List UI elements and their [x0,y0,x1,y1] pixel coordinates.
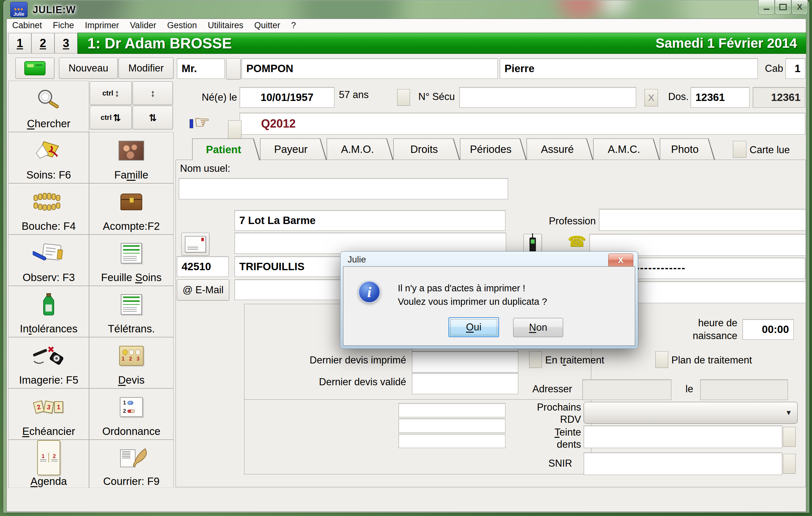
secu-checkbox[interactable] [397,89,410,106]
sidebar-acompte-button[interactable]: Acompte:F2 [89,183,174,235]
snir-label: SNIR [548,458,572,469]
teinte-dents-field[interactable] [584,426,782,448]
sidebar-soins-label: Soins: F6 [26,169,71,181]
envelope-button[interactable] [181,233,209,256]
sidebar-feuille-soins-button[interactable]: Feuille Soins [89,235,174,286]
address2-field[interactable] [234,233,506,254]
dialog-title: Julie [348,254,366,265]
dos-clear-button[interactable]: X [644,89,658,106]
sidebar-observ-label: Observ: F3 [22,271,75,283]
firstname-field[interactable]: Pierre [500,58,758,79]
sidebar-agenda-button[interactable]: 1 2 Agenda [8,440,89,490]
menu-fiche[interactable]: Fiche [48,21,80,30]
birthdate-field[interactable]: 10/01/1957 [240,87,335,108]
address1-field[interactable]: 7 Lot La Barme [234,210,505,231]
tab-assure[interactable]: Assuré [527,138,593,160]
close-button[interactable]: X [791,0,808,15]
workspace-tab-1[interactable]: 1 [8,33,31,54]
tab-droits[interactable]: Droits [393,138,460,160]
tab-amc[interactable]: A.M.C. [593,138,660,160]
quality-picker-button[interactable] [228,120,241,140]
dialog-close-button[interactable]: X [608,253,633,267]
chest-icon [120,184,142,220]
dernier-devis-valide-label: Dernier devis validé [305,376,406,388]
sidebar-famille-button[interactable]: Famille [89,132,174,183]
window-controls: X [758,0,808,15]
menu-bar: Cabinet Fiche Imprimer Valider Gestion U… [7,19,805,32]
adresser-date-field[interactable] [700,379,788,400]
plan-traitement-checkbox[interactable] [655,351,668,368]
adresser-field[interactable] [582,379,671,400]
prescription-icon: 1 2 [120,389,143,425]
up-button[interactable]: ↕ [133,81,173,105]
birth-time-field[interactable]: 00:00 [743,319,794,340]
quality-field[interactable]: Q2012 [240,113,805,135]
ctrl-up-button[interactable]: ctrl↕ [90,81,132,105]
workspace-tab-2[interactable]: 2 [31,33,54,54]
minimize-button[interactable] [758,0,775,15]
nouveau-button[interactable]: Nouveau [59,58,118,79]
nom-usuel-field[interactable] [179,178,508,199]
dos-field[interactable]: 12361 [691,87,750,108]
menu-imprimer[interactable]: Imprimer [80,21,125,30]
sidebar-chercher-button[interactable]: Chercher [8,81,89,132]
email-button[interactable]: @ E-Mail [177,279,229,301]
oui-button[interactable]: Oui [448,317,499,337]
menu-cabinet[interactable]: Cabinet [7,21,48,30]
menu-help[interactable]: ? [286,21,301,30]
vitale-card-button[interactable] [16,58,54,79]
sidebar-devis-label: Devis [118,374,145,386]
tab-patient[interactable]: Patient [192,138,260,160]
detail-field-1[interactable] [399,403,505,417]
non-button[interactable]: Non [513,318,563,337]
modifier-button[interactable]: Modifier [118,58,174,79]
sidebar-soins-button[interactable]: Soins: F6 [8,132,89,183]
menu-gestion[interactable]: Gestion [162,21,202,30]
civility-picker-button[interactable] [226,58,241,80]
dernier-devis-imprime-field[interactable] [412,351,518,373]
sidebar-teletrans-button[interactable]: Télétrans. [89,286,174,337]
snir-field[interactable] [584,453,782,475]
sidebar-intolerances-button[interactable]: Intolérances [8,286,89,337]
detail-field-2[interactable] [399,418,505,433]
detail-field-3[interactable] [399,434,505,448]
sidebar-bouche-button[interactable]: Bouche: F4 [8,183,89,235]
menu-valider[interactable]: Valider [125,21,162,30]
sidebar-bouche-label: Bouche: F4 [22,220,76,233]
teinte-dents-label: Teintedents [545,426,581,451]
menu-quitter[interactable]: Quitter [249,21,286,30]
postal-code-field[interactable]: 42510 [177,256,229,277]
sidebar-devis-button[interactable]: 1 2 3 Devis [89,337,174,388]
lastname-field[interactable]: POMPON [241,58,498,79]
sidebar-courrier-button[interactable]: Courrier: F9 [89,440,174,490]
tab-periodes[interactable]: Périodes [460,138,527,160]
sidebar-ordonnance-button[interactable]: 1 2 Ordonnance [89,388,174,440]
snir-picker-button[interactable] [783,454,796,474]
prochains-rdv-select[interactable]: ▼ [584,402,798,424]
double-updown-arrow-icon: ⇅ [149,112,157,124]
tab-amo[interactable]: A.M.O. [327,138,393,160]
sidebar-intolerances-label: Intolérances [20,323,78,335]
sidebar-observ-button[interactable]: Observ: F3 [8,235,89,286]
secu-field[interactable] [459,87,636,108]
secu-label: N° Sécu [418,91,455,103]
magnifier-icon [34,81,63,118]
ctrl-down-button[interactable]: ctrl⇅ [90,106,132,130]
workspace-tab-3[interactable]: 3 [54,33,78,54]
en-traitement-label: En traitement [545,354,604,366]
tab-payeur[interactable]: Payeur [260,138,327,160]
sidebar-echeancier-button[interactable]: 2 3 1 Echéancier [8,388,89,440]
profession-field[interactable] [599,209,806,231]
cab-field[interactable]: 1 [785,58,805,79]
en-traitement-checkbox[interactable] [529,351,542,368]
maximize-button[interactable] [775,0,791,15]
maximize-icon [779,4,787,10]
tab-photo[interactable]: Photo [660,138,715,160]
dernier-devis-valide-field[interactable] [412,373,518,394]
down-button[interactable]: ⇅ [133,106,173,130]
teinte-picker-button[interactable] [783,427,796,447]
civility-field[interactable]: Mr. [177,58,225,79]
carte-lue-checkbox[interactable] [733,141,746,158]
menu-utilitaires[interactable]: Utilitaires [202,21,249,30]
sidebar-imagerie-button[interactable]: Imagerie: F5 [8,337,89,388]
